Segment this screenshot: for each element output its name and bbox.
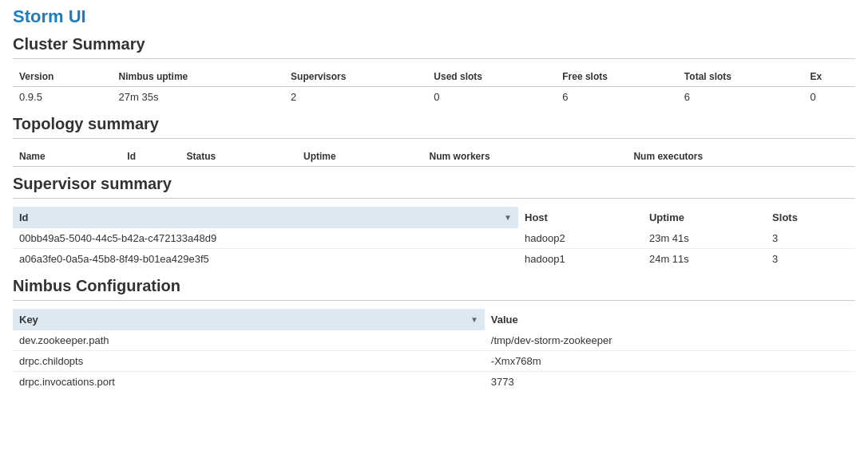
nimbus-row-3: drpc.invocations.port 3773 (13, 372, 855, 393)
col-supervisor-uptime: Uptime (643, 207, 766, 228)
supervisor-slots-1: 3 (766, 228, 855, 249)
supervisor-header-row: Id ▼ Host Uptime Slots (13, 207, 855, 228)
sort-icon[interactable]: ▼ (504, 213, 512, 222)
topology-summary-divider (13, 138, 855, 139)
col-topo-id: Id (121, 147, 180, 167)
page-title: Storm UI (13, 6, 855, 27)
col-topo-num-executors: Num executors (627, 147, 855, 167)
col-supervisors: Supervisors (284, 67, 427, 87)
col-key: Key ▼ (13, 309, 485, 330)
topology-summary-table: Name Id Status Uptime Num workers Num ex… (13, 147, 855, 167)
supervisor-id-2: a06a3fe0-0a5a-45b8-8f49-b01ea429e3f5 (13, 249, 518, 270)
col-version: Version (13, 67, 113, 87)
topology-summary-title: Topology summary (13, 115, 855, 133)
col-topo-name: Name (13, 147, 121, 167)
col-value: Value (485, 309, 855, 330)
col-supervisor-host: Host (518, 207, 643, 228)
nimbus-key-1: dev.zookeeper.path (13, 330, 485, 351)
cell-ex: 0 (804, 87, 855, 108)
supervisor-uptime-1: 23m 41s (643, 228, 766, 249)
col-free-slots: Free slots (556, 67, 678, 87)
col-supervisor-id: Id ▼ (13, 207, 518, 228)
nimbus-config-title: Nimbus Configuration (13, 277, 855, 295)
nimbus-key-2: drpc.childopts (13, 351, 485, 372)
col-topo-uptime: Uptime (297, 147, 423, 167)
nimbus-config-table: Key ▼ Value dev.zookeeper.path /tmp/dev-… (13, 309, 855, 392)
supervisor-id-1: 00bb49a5-5040-44c5-b42a-c472133a48d9 (13, 228, 518, 249)
cell-version: 0.9.5 (13, 87, 113, 108)
supervisor-host-2: hadoop1 (518, 249, 643, 270)
supervisor-host-1: hadoop2 (518, 228, 643, 249)
col-ex: Ex (804, 67, 855, 87)
topology-header-row: Name Id Status Uptime Num workers Num ex… (13, 147, 855, 167)
supervisor-summary-title: Supervisor summary (13, 175, 855, 193)
cell-free-slots: 6 (556, 87, 678, 108)
cell-total-slots: 6 (678, 87, 804, 108)
supervisor-slots-2: 3 (766, 249, 855, 270)
nimbus-row-1: dev.zookeeper.path /tmp/dev-storm-zookee… (13, 330, 855, 351)
nimbus-header-row: Key ▼ Value (13, 309, 855, 330)
cluster-summary-row: 0.9.5 27m 35s 2 0 6 6 0 (13, 87, 855, 108)
nimbus-value-2: -Xmx768m (485, 351, 855, 372)
col-topo-status: Status (180, 147, 297, 167)
col-nimbus-uptime: Nimbus uptime (113, 67, 285, 87)
key-header-label: Key (19, 314, 38, 326)
supervisor-uptime-2: 24m 11s (643, 249, 766, 270)
cell-supervisors: 2 (284, 87, 427, 108)
nimbus-row-2: drpc.childopts -Xmx768m (13, 351, 855, 372)
supervisor-row-2: a06a3fe0-0a5a-45b8-8f49-b01ea429e3f5 had… (13, 249, 855, 270)
cell-used-slots: 0 (427, 87, 556, 108)
id-header-label: Id (19, 211, 29, 223)
col-total-slots: Total slots (678, 67, 804, 87)
supervisor-summary-divider (13, 198, 855, 199)
supervisor-summary-table: Id ▼ Host Uptime Slots 00bb49a5-5040-44c… (13, 207, 855, 269)
nimbus-value-3: 3773 (485, 372, 855, 393)
nimbus-value-1: /tmp/dev-storm-zookeeper (485, 330, 855, 351)
cluster-summary-table: Version Nimbus uptime Supervisors Used s… (13, 67, 855, 107)
col-used-slots: Used slots (427, 67, 556, 87)
cluster-summary-header-row: Version Nimbus uptime Supervisors Used s… (13, 67, 855, 87)
supervisor-row-1: 00bb49a5-5040-44c5-b42a-c472133a48d9 had… (13, 228, 855, 249)
key-sort-icon[interactable]: ▼ (470, 315, 478, 324)
col-topo-num-workers: Num workers (423, 147, 628, 167)
cluster-summary-divider (13, 58, 855, 59)
cell-nimbus-uptime: 27m 35s (113, 87, 285, 108)
nimbus-config-divider (13, 300, 855, 301)
nimbus-key-3: drpc.invocations.port (13, 372, 485, 393)
col-supervisor-slots: Slots (766, 207, 855, 228)
cluster-summary-title: Cluster Summary (13, 35, 855, 53)
